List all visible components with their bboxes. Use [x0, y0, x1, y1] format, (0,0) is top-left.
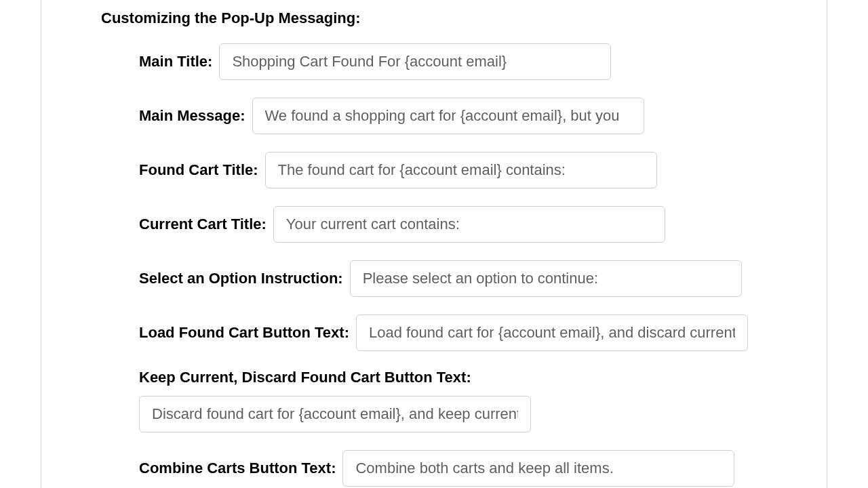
- label-main-title: Main Title:: [139, 53, 212, 70]
- row-main-title: Main Title:: [139, 43, 801, 80]
- input-keep-current-discard-found-button[interactable]: [139, 396, 531, 432]
- label-keep-current-discard-found-button: Keep Current, Discard Found Cart Button …: [139, 369, 801, 386]
- input-main-title[interactable]: [219, 43, 611, 80]
- row-found-cart-title: Found Cart Title:: [139, 152, 801, 188]
- label-combine-carts-button: Combine Carts Button Text:: [139, 460, 336, 477]
- label-select-option-instruction: Select an Option Instruction:: [139, 270, 343, 287]
- form-rows: Main Title: Main Message: Found Cart Tit…: [101, 43, 801, 487]
- input-combine-carts-button[interactable]: [342, 450, 734, 487]
- settings-panel: Customizing the Pop-Up Messaging: Main T…: [41, 0, 827, 488]
- input-found-cart-title[interactable]: [265, 152, 657, 188]
- row-keep-current-discard-found-button: Keep Current, Discard Found Cart Button …: [139, 369, 801, 432]
- label-load-found-cart-button: Load Found Cart Button Text:: [139, 324, 349, 342]
- label-current-cart-title: Current Cart Title:: [139, 216, 267, 233]
- input-load-found-cart-button[interactable]: [356, 314, 748, 351]
- input-current-cart-title[interactable]: [273, 206, 665, 243]
- row-select-option-instruction: Select an Option Instruction:: [139, 260, 801, 297]
- label-main-message: Main Message:: [139, 107, 245, 125]
- input-select-option-instruction[interactable]: [350, 260, 742, 297]
- row-combine-carts-button: Combine Carts Button Text:: [139, 450, 801, 487]
- row-main-message: Main Message:: [139, 98, 801, 134]
- row-load-found-cart-button: Load Found Cart Button Text:: [139, 314, 801, 351]
- label-found-cart-title: Found Cart Title:: [139, 161, 258, 179]
- row-current-cart-title: Current Cart Title:: [139, 206, 801, 243]
- input-main-message[interactable]: [252, 98, 644, 134]
- section-title: Customizing the Pop-Up Messaging:: [101, 9, 801, 27]
